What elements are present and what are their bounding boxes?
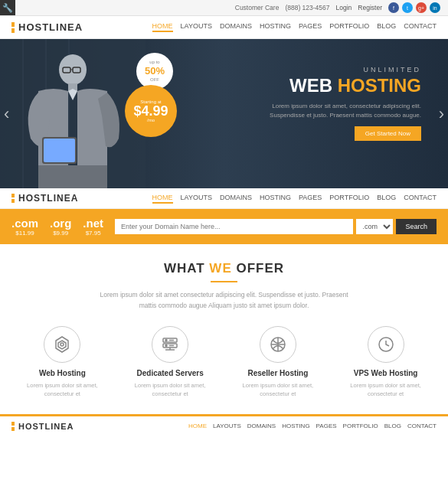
domain-search-button[interactable]: Search (396, 219, 437, 234)
social-icons: f t g+ in (388, 2, 440, 13)
vps-hosting-desc: Lorem ipsum dolor sit amet, consectetur … (335, 381, 437, 399)
footer-nav-contact[interactable]: CONTACT (407, 423, 437, 429)
svg-point-14 (60, 343, 64, 346)
nav-contact[interactable]: CONTACT (404, 22, 437, 32)
footer-nav-portfolio[interactable]: PORTFOLIO (343, 423, 378, 429)
logo: HOSTLINEA (11, 21, 83, 33)
footer-logo: HOSTLINEA (11, 422, 74, 431)
hero-person (0, 39, 146, 188)
price-badge: Starting at $4.99 /mo (125, 85, 177, 137)
tools-icon[interactable]: 🔧 (0, 0, 15, 15)
domain-search-form: .com .org .net Search (115, 219, 437, 234)
nav-pages[interactable]: PAGES (299, 22, 322, 32)
tld-com-price: $11.99 (11, 230, 38, 237)
hero-unlimited: UNLIMITED (260, 66, 421, 73)
nav-blog[interactable]: BLOG (377, 22, 396, 32)
vps-hosting-title: VPS Web Hosting (335, 369, 437, 377)
svg-point-17 (165, 340, 167, 341)
sticky-nav-home[interactable]: HOME (152, 194, 173, 204)
tld-net: .net $7.95 (83, 217, 103, 237)
get-started-button[interactable]: Get Started Now (355, 126, 421, 141)
discount-off: OFF (150, 77, 159, 83)
sticky-main-nav: HOME LAYOUTS DOMAINS HOSTING PAGES PORTF… (152, 194, 437, 204)
footer-nav: HOSTLINEA HOME LAYOUTS DOMAINS HOSTING P… (0, 414, 448, 436)
dedicated-servers-title: Dedicated Servers (119, 369, 221, 377)
domain-bar: .com $11.99 .org $9.99 .net $7.95 .com .… (0, 209, 448, 244)
tld-org-ext: .org (50, 217, 71, 230)
tld-org-price: $9.99 (50, 230, 71, 237)
domain-tlds: .com $11.99 .org $9.99 .net $7.95 (11, 217, 103, 237)
nav-layouts[interactable]: LAYOUTS (181, 22, 212, 32)
top-bar: Customer Care (888) 123-4567 Login Regis… (0, 0, 448, 16)
domain-search-input[interactable] (115, 219, 353, 234)
svg-point-18 (165, 345, 167, 347)
discount-badge: up to 50% OFF (136, 53, 173, 90)
offers-section: WHAT WE OFFER Lorem ipsum dolor sit amet… (0, 244, 448, 414)
svg-rect-10 (44, 139, 75, 162)
reseller-hosting-icon (260, 326, 296, 363)
sticky-logo: HOSTLINEA (11, 193, 78, 204)
nav-portfolio[interactable]: PORTFOLIO (329, 22, 369, 32)
discount-up-to: up to (149, 60, 159, 65)
linkedin-icon[interactable]: in (430, 2, 440, 13)
nav-home[interactable]: HOME (152, 22, 173, 32)
facebook-icon[interactable]: f (388, 2, 399, 13)
svg-marker-13 (58, 341, 66, 349)
offers-underline (211, 281, 237, 282)
domain-extension-select[interactable]: .com .org .net (356, 219, 393, 234)
svg-rect-11 (38, 165, 107, 188)
sticky-nav-hosting[interactable]: HOSTING (260, 194, 291, 204)
hero-title: WEB HOSTING (260, 76, 421, 96)
sticky-nav-contact[interactable]: CONTACT (404, 194, 437, 204)
hero-text: UNLIMITED WEB HOSTING Lorem ipsum dolor … (260, 66, 421, 141)
reseller-hosting-desc: Lorem ipsum dolor sit amet, consectetur … (227, 381, 329, 399)
offer-web-hosting: Web Hosting Lorem ipsum dolor sit amet, … (11, 326, 113, 399)
offer-reseller-hosting: Reseller Hosting Lorem ipsum dolor sit a… (227, 326, 329, 399)
sticky-nav: HOSTLINEA HOME LAYOUTS DOMAINS HOSTING P… (0, 188, 448, 209)
footer-nav-home[interactable]: HOME (188, 423, 207, 429)
tld-org: .org $9.99 (50, 217, 71, 237)
sticky-logo-text: HOSTLINEA (18, 193, 78, 204)
offer-vps-hosting: VPS Web Hosting Lorem ipsum dolor sit am… (335, 326, 437, 399)
customer-care-label: Customer Care (235, 4, 280, 11)
footer-logo-text: HOSTLINEA (18, 422, 74, 431)
dedicated-servers-icon (152, 326, 188, 363)
footer-nav-hosting[interactable]: HOSTING (282, 423, 309, 429)
footer-nav-blog[interactable]: BLOG (384, 423, 401, 429)
sticky-nav-pages[interactable]: PAGES (299, 194, 322, 204)
sticky-nav-domains[interactable]: DOMAINS (220, 194, 252, 204)
dedicated-servers-desc: Lorem ipsum dolor sit amet, consectetur … (119, 381, 221, 399)
hero-prev-arrow[interactable]: ‹ (4, 104, 9, 124)
web-hosting-icon (44, 326, 80, 363)
login-link[interactable]: Login (336, 4, 352, 11)
phone-number: (888) 123-4567 (285, 4, 329, 11)
web-hosting-title: Web Hosting (11, 369, 113, 377)
per-month: /mo (147, 118, 155, 122)
vps-hosting-icon (368, 326, 404, 363)
offers-grid: Web Hosting Lorem ipsum dolor sit amet, … (11, 326, 437, 399)
hero-price: $4.99 (133, 104, 168, 118)
nav-domains[interactable]: DOMAINS (220, 22, 252, 32)
footer-nav-domains[interactable]: DOMAINS (247, 423, 276, 429)
main-nav: HOME LAYOUTS DOMAINS HOSTING PAGES PORTF… (152, 22, 437, 32)
sticky-nav-portfolio[interactable]: PORTFOLIO (329, 194, 369, 204)
footer-main-nav: HOME LAYOUTS DOMAINS HOSTING PAGES PORTF… (188, 423, 437, 429)
sticky-nav-blog[interactable]: BLOG (377, 194, 396, 204)
logo-text: HOSTLINEA (18, 21, 83, 33)
twitter-icon[interactable]: t (402, 2, 413, 13)
discount-percent: 50% (145, 65, 165, 77)
tld-com-ext: .com (11, 217, 38, 230)
tld-net-price: $7.95 (83, 230, 103, 237)
offers-description: Lorem ipsum dolor sit amet consectetur a… (98, 290, 351, 311)
register-link[interactable]: Register (358, 4, 382, 11)
nav-hosting[interactable]: HOSTING (260, 22, 291, 32)
offer-dedicated-servers: Dedicated Servers Lorem ipsum dolor sit … (119, 326, 221, 399)
tld-com: .com $11.99 (11, 217, 38, 237)
footer-nav-layouts[interactable]: LAYOUTS (213, 423, 241, 429)
footer-nav-pages[interactable]: PAGES (316, 423, 337, 429)
hero-next-arrow[interactable]: › (439, 104, 444, 124)
sticky-nav-layouts[interactable]: LAYOUTS (181, 194, 212, 204)
googleplus-icon[interactable]: g+ (416, 2, 427, 13)
hero-section: up to 50% OFF Starting at $4.99 /mo UNLI… (0, 39, 448, 188)
offers-heading: WHAT WE OFFER (11, 261, 437, 276)
